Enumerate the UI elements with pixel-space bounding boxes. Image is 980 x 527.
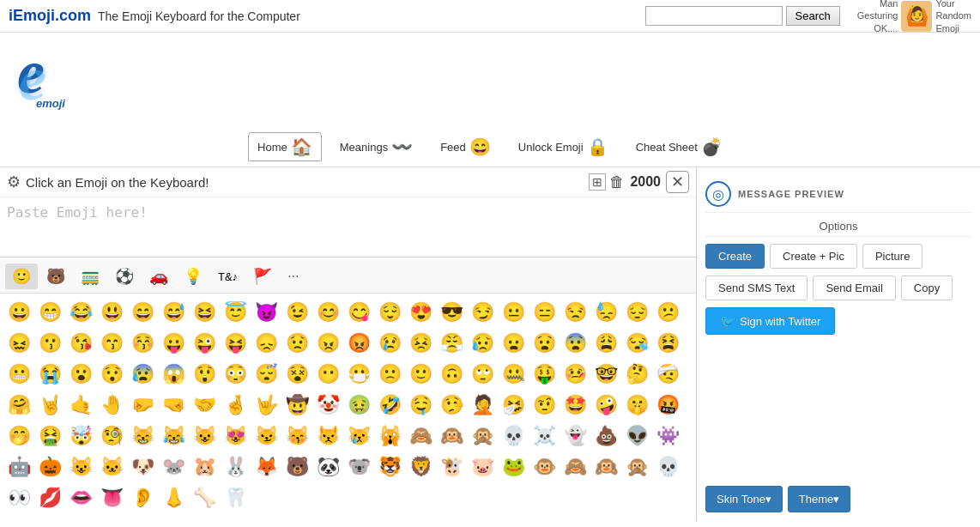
emoji-cell[interactable]: 🐼 — [312, 451, 343, 482]
emoji-cell[interactable]: 😄 — [127, 297, 158, 328]
emoji-cell[interactable]: 😴 — [251, 359, 281, 390]
emoji-cell[interactable]: 😃 — [96, 297, 127, 328]
emoji-cell[interactable]: 🤯 — [65, 421, 96, 451]
emoji-cell[interactable]: 😯 — [96, 359, 127, 390]
cat-more[interactable]: ··· — [281, 265, 305, 288]
grid-icon[interactable]: ⊞ — [589, 173, 606, 191]
emoji-cell[interactable]: 🤩 — [560, 390, 590, 421]
picture-button[interactable]: Picture — [862, 244, 923, 269]
cat-symbols[interactable]: T&♪ — [211, 267, 245, 287]
emoji-cell[interactable]: 😜 — [189, 328, 220, 359]
create-pic-button[interactable]: Create + Pic — [770, 244, 857, 269]
emoji-cell[interactable]: 💋 — [34, 482, 65, 513]
emoji-cell[interactable]: 🤮 — [34, 421, 65, 451]
emoji-cell[interactable]: 🙄 — [467, 359, 498, 390]
emoji-cell[interactable]: 🤛 — [127, 390, 158, 421]
emoji-cell[interactable]: 😛 — [158, 328, 189, 359]
emoji-cell[interactable]: 😨 — [560, 328, 590, 359]
emoji-cell[interactable]: 🎃 — [34, 451, 65, 482]
emoji-cell[interactable]: 😊 — [312, 297, 343, 328]
emoji-cell[interactable]: 😙 — [96, 328, 127, 359]
emoji-cell[interactable]: 😳 — [220, 359, 251, 390]
emoji-cell[interactable]: 🤜 — [158, 390, 189, 421]
emoji-cell[interactable]: 🤑 — [529, 359, 560, 390]
emoji-cell[interactable]: 😘 — [65, 328, 96, 359]
emoji-cell[interactable]: 😀 — [3, 297, 34, 328]
emoji-cell[interactable]: 🤒 — [560, 359, 590, 390]
emoji-cell[interactable]: 🤓 — [590, 359, 621, 390]
emoji-cell[interactable]: 🐭 — [158, 451, 189, 482]
emoji-cell[interactable]: 🦴 — [189, 482, 220, 513]
emoji-cell[interactable]: 👃 — [158, 482, 189, 513]
copy-button[interactable]: Copy — [901, 276, 953, 300]
emoji-cell[interactable]: 😸 — [127, 421, 158, 451]
emoji-cell[interactable]: 😗 — [34, 328, 65, 359]
emoji-cell[interactable]: 😥 — [467, 328, 498, 359]
emoji-cell[interactable]: 🤝 — [189, 390, 220, 421]
emoji-cell[interactable]: 🐸 — [498, 451, 529, 482]
emoji-cell[interactable]: 🐶 — [127, 451, 158, 482]
emoji-cell[interactable]: 😮 — [65, 359, 96, 390]
emoji-cell[interactable]: 🙂 — [405, 359, 436, 390]
emoji-cell[interactable]: 😚 — [127, 328, 158, 359]
emoji-cell[interactable]: 🙀 — [374, 421, 405, 451]
cat-sports[interactable]: ⚽ — [108, 264, 141, 289]
emoji-cell[interactable]: 🐹 — [189, 451, 220, 482]
emoji-cell[interactable]: 😋 — [343, 297, 374, 328]
emoji-cell[interactable]: 😵 — [281, 359, 312, 390]
emoji-cell[interactable]: 😽 — [281, 421, 312, 451]
emoji-cell[interactable]: 😤 — [436, 328, 467, 359]
emoji-cell[interactable]: 💩 — [590, 421, 621, 451]
emoji-cell[interactable]: 👾 — [652, 421, 683, 451]
emoji-cell[interactable]: 😏 — [467, 297, 498, 328]
emoji-cell[interactable]: 🤐 — [498, 359, 529, 390]
cat-objects[interactable]: 💡 — [177, 264, 209, 289]
emoji-cell[interactable]: 🙈 — [560, 451, 590, 482]
create-button[interactable]: Create — [705, 244, 765, 269]
emoji-cell[interactable]: 🤟 — [251, 390, 281, 421]
emoji-cell[interactable]: 😣 — [405, 328, 436, 359]
emoji-cell[interactable]: 💀 — [652, 451, 683, 482]
emoji-cell[interactable]: 😻 — [220, 421, 251, 451]
emoji-cell[interactable]: 🤡 — [312, 390, 343, 421]
emoji-cell[interactable]: 🐷 — [467, 451, 498, 482]
random-emoji[interactable]: 🙆 — [901, 1, 932, 32]
emoji-cell[interactable]: 😶 — [312, 359, 343, 390]
emoji-cell[interactable]: 😦 — [498, 328, 529, 359]
emoji-cell[interactable]: 🤣 — [374, 390, 405, 421]
emoji-cell[interactable]: 😎 — [436, 297, 467, 328]
emoji-cell[interactable]: 👻 — [560, 421, 590, 451]
emoji-cell[interactable]: 🤨 — [529, 390, 560, 421]
gear-icon[interactable]: ⚙ — [7, 173, 21, 191]
emoji-cell[interactable]: 🐱 — [96, 451, 127, 482]
emoji-cell[interactable]: 😹 — [158, 421, 189, 451]
emoji-cell[interactable]: 🙃 — [436, 359, 467, 390]
emoji-cell[interactable]: 😫 — [652, 328, 683, 359]
emoji-cell[interactable]: 🦷 — [220, 482, 251, 513]
emoji-cell[interactable]: 😅 — [158, 297, 189, 328]
emoji-cell[interactable]: 🦁 — [405, 451, 436, 482]
emoji-cell[interactable]: 🤤 — [405, 390, 436, 421]
emoji-cell[interactable]: 💀 — [498, 421, 529, 451]
emoji-cell[interactable]: 🤔 — [621, 359, 652, 390]
emoji-cell[interactable]: 🐻 — [281, 451, 312, 482]
emoji-cell[interactable]: 😐 — [498, 297, 529, 328]
search-button[interactable]: Search — [786, 6, 840, 26]
emoji-cell[interactable]: 🤖 — [3, 451, 34, 482]
emoji-cell[interactable]: 😭 — [34, 359, 65, 390]
emoji-cell[interactable]: 😲 — [189, 359, 220, 390]
emoji-cell[interactable]: 🤞 — [220, 390, 251, 421]
emoji-cell[interactable]: ☠️ — [529, 421, 560, 451]
emoji-cell[interactable]: 😍 — [405, 297, 436, 328]
emoji-cell[interactable]: 🙁 — [374, 359, 405, 390]
nav-home[interactable]: Home 🏠 — [248, 132, 322, 161]
nav-unlock-emoji[interactable]: Unlock Emoji 🔒 — [509, 132, 618, 161]
emoji-cell[interactable]: 👄 — [65, 482, 96, 513]
emoji-cell[interactable]: 😺 — [65, 451, 96, 482]
emoji-cell[interactable]: 🤙 — [65, 390, 96, 421]
emoji-cell[interactable]: 🧐 — [96, 421, 127, 451]
emoji-cell[interactable]: 🤦 — [467, 390, 498, 421]
brand-link[interactable]: iEmoji.com — [9, 7, 91, 25]
cat-smileys[interactable]: 🙂 — [5, 264, 38, 289]
emoji-cell[interactable]: 😧 — [529, 328, 560, 359]
